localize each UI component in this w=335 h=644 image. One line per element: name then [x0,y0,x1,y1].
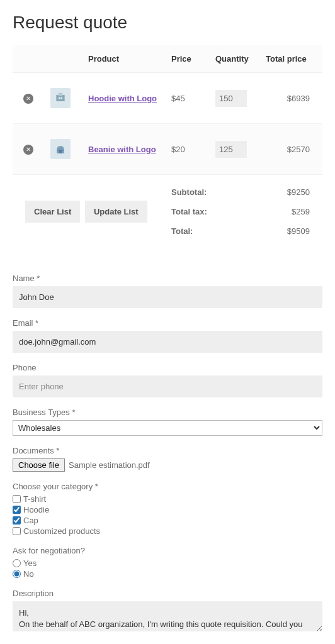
remove-item-button[interactable]: ✕ [23,94,33,104]
product-link[interactable]: Beanie with Logo [88,145,156,154]
subtotal-label: Subtotal: [171,187,222,197]
business-label: Business Types * [13,408,322,417]
col-quantity: Quantity [209,45,259,73]
price-cell: $20 [165,124,209,175]
negotiation-option-label: Yes [23,558,37,568]
negotiation-label: Ask for negotiation? [13,546,322,555]
category-option: Cap [13,516,322,525]
product-link[interactable]: Hoodie with Logo [88,94,157,103]
table-row: ✕Hoodie with Logo$45$6939 [13,73,322,124]
quote-table-wrapper: Product Price Quantity Total price ✕Hood… [13,45,322,248]
svg-point-3 [60,97,62,99]
page-title: Request quote [13,13,322,33]
col-product: Product [82,45,165,73]
category-checkbox[interactable] [13,516,21,525]
category-option-label: Hoodie [23,505,49,514]
category-option-label: T-shirt [23,494,46,504]
negotiation-radio[interactable] [13,570,21,578]
email-label: Email * [13,318,322,328]
choose-file-button[interactable]: Choose file [13,458,65,472]
table-row: ✕Beanie with Logo$20$2570 [13,124,322,175]
remove-item-button[interactable]: ✕ [23,145,33,155]
svg-point-2 [59,97,60,99]
negotiation-option: No [13,569,322,579]
tax-value: $259 [272,207,310,216]
name-input[interactable] [13,286,322,308]
total-label: Total: [171,226,222,236]
description-textarea[interactable] [13,601,322,631]
documents-label: Documents * [13,446,322,455]
svg-rect-4 [59,150,62,153]
total-value: $9509 [272,226,310,236]
update-list-button[interactable]: Update List [85,201,147,223]
product-thumb [50,139,71,159]
email-input[interactable] [13,331,322,353]
row-total: $6939 [259,73,322,124]
business-select[interactable]: Wholesales [13,420,322,436]
phone-input[interactable] [13,375,322,397]
price-cell: $45 [165,73,209,124]
svg-rect-1 [59,93,63,96]
category-option: Customized products [13,526,322,536]
clear-list-button[interactable]: Clear List [25,201,80,223]
category-checkbox[interactable] [13,495,21,503]
product-thumb [50,88,71,108]
name-label: Name * [13,274,322,283]
quote-table: Product Price Quantity Total price ✕Hood… [13,45,322,248]
category-checkbox[interactable] [13,506,21,514]
file-name: Sample estimation.pdf [69,460,150,470]
phone-label: Phone [13,363,322,372]
category-checkbox[interactable] [13,527,21,535]
quantity-input[interactable] [215,141,247,158]
category-option: T-shirt [13,494,322,504]
category-option-label: Cap [23,516,38,525]
col-total: Total price [259,45,322,73]
description-label: Description [13,589,322,598]
subtotal-value: $9250 [272,187,310,197]
negotiation-option-label: No [23,569,34,579]
category-option: Hoodie [13,505,322,514]
col-price: Price [165,45,209,73]
quantity-input[interactable] [215,90,247,107]
tax-label: Total tax: [171,207,222,216]
category-label: Choose your category * [13,482,322,491]
negotiation-option: Yes [13,558,322,568]
row-total: $2570 [259,124,322,175]
negotiation-radio[interactable] [13,559,21,567]
category-option-label: Customized products [23,526,100,536]
